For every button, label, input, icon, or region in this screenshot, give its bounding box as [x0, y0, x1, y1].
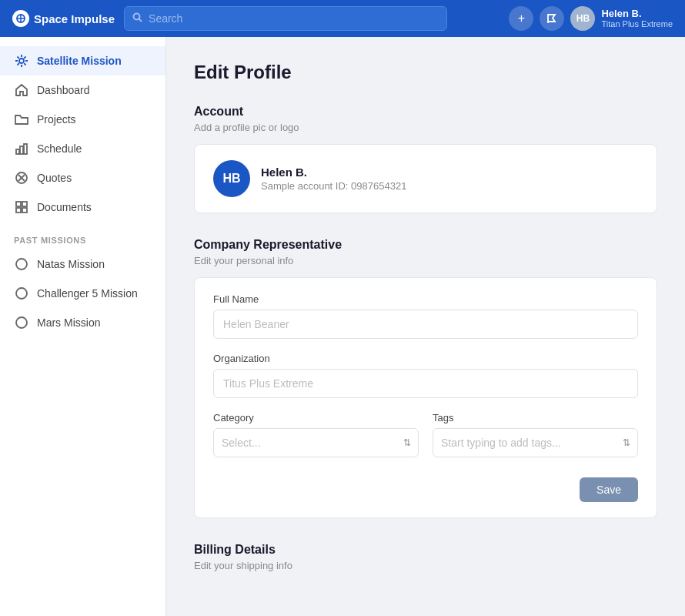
main-content: Edit Profile Account Add a profile pic o…	[166, 37, 685, 616]
account-name: Helen B.	[261, 166, 406, 179]
add-button[interactable]: +	[509, 6, 533, 31]
account-avatar: HB	[213, 160, 250, 197]
sidebar-item-documents-label: Documents	[37, 201, 92, 213]
form-actions: Save	[213, 477, 638, 502]
svg-rect-13	[22, 208, 27, 213]
svg-rect-11	[22, 202, 27, 206]
sidebar-item-mars-label: Mars Mission	[37, 316, 100, 329]
svg-point-3	[19, 59, 24, 63]
sidebar-item-natas-label: Natas Mission	[37, 258, 105, 270]
category-tags-row: Category Select... Tags Start typing to …	[213, 412, 638, 471]
svg-point-16	[16, 317, 27, 328]
sidebar-item-natas-mission[interactable]: Natas Mission	[0, 249, 165, 279]
account-user-row: HB Helen B. Sample account ID: 098765432…	[213, 160, 638, 197]
quotes-icon	[14, 170, 29, 186]
tags-group: Tags Start typing to add tags...	[433, 412, 638, 457]
svg-point-14	[16, 259, 27, 270]
satellite-icon	[14, 53, 29, 69]
category-group: Category Select...	[213, 412, 419, 457]
flag-button[interactable]	[540, 6, 564, 31]
folder-icon	[14, 112, 29, 127]
app-logo: Space Impulse	[12, 10, 115, 27]
sidebar-item-quotes-label: Quotes	[37, 172, 72, 184]
topnav: Space Impulse + HB Helen B. Titan Plus E…	[0, 0, 685, 37]
sidebar-item-challenger-label: Challenger 5 Mission	[37, 287, 138, 300]
mission-icon-mars	[14, 315, 29, 330]
billing-sub: Edit your shipping info	[194, 560, 657, 571]
svg-rect-4	[16, 149, 19, 154]
bar-chart-icon	[14, 141, 29, 156]
sidebar-item-dashboard[interactable]: Dashboard	[0, 75, 165, 105]
sidebar-item-quotes[interactable]: Quotes	[0, 163, 165, 192]
account-section: Account Add a profile pic or logo HB Hel…	[194, 105, 657, 213]
topnav-actions: + HB Helen B. Titan Plus Extreme	[509, 6, 673, 31]
company-rep-section: Company Representative Edit your persona…	[194, 238, 657, 518]
sidebar-item-satellite-mission-label: Satellite Mission	[37, 55, 122, 67]
sidebar-item-challenger-5-mission[interactable]: Challenger 5 Mission	[0, 279, 165, 308]
sidebar-item-projects-label: Projects	[37, 113, 76, 126]
svg-rect-6	[24, 144, 27, 154]
billing-title: Billing Details	[194, 543, 657, 557]
organization-group: Organization	[213, 353, 638, 398]
page-title: Edit Profile	[194, 62, 657, 83]
company-rep-sub: Edit your personal info	[194, 255, 657, 266]
account-section-title: Account	[194, 105, 657, 119]
sidebar-item-schedule[interactable]: Schedule	[0, 134, 165, 163]
sidebar-item-satellite-mission[interactable]: Satellite Mission	[0, 46, 165, 75]
user-text: Helen B. Titan Plus Extreme	[601, 8, 673, 30]
category-select-wrapper: Select...	[213, 428, 419, 457]
sidebar-item-dashboard-label: Dashboard	[37, 84, 90, 96]
sidebar: Satellite Mission Dashboard Projects	[0, 37, 166, 616]
search-icon	[132, 12, 142, 25]
svg-rect-12	[16, 208, 21, 213]
account-section-sub: Add a profile pic or logo	[194, 122, 657, 133]
user-info: HB Helen B. Titan Plus Extreme	[570, 6, 673, 31]
account-user-details: Helen B. Sample account ID: 0987654321	[261, 166, 406, 192]
user-subtitle: Titan Plus Extreme	[601, 19, 673, 29]
full-name-group: Full Name	[213, 293, 638, 339]
company-rep-title: Company Representative	[194, 238, 657, 252]
search-bar[interactable]	[124, 6, 447, 31]
tags-select-wrapper: Start typing to add tags...	[433, 428, 638, 457]
tags-select[interactable]: Start typing to add tags...	[433, 428, 638, 457]
organization-input[interactable]	[213, 369, 638, 398]
organization-label: Organization	[213, 353, 638, 364]
sidebar-item-mars-mission[interactable]: Mars Mission	[0, 308, 165, 337]
user-name: Helen B.	[601, 8, 673, 20]
save-button[interactable]: Save	[580, 477, 638, 502]
category-select[interactable]: Select...	[213, 428, 419, 457]
billing-section: Billing Details Edit your shipping info	[194, 543, 657, 571]
company-rep-card: Full Name Organization Category Select..…	[194, 277, 657, 518]
app-name: Space Impulse	[34, 12, 115, 25]
svg-point-1	[134, 14, 140, 20]
category-label: Category	[213, 412, 419, 424]
body-wrap: Satellite Mission Dashboard Projects	[0, 37, 685, 616]
svg-line-2	[139, 19, 142, 22]
mission-icon-natas	[14, 256, 29, 272]
grid-icon	[14, 199, 29, 215]
account-id: Sample account ID: 0987654321	[261, 180, 406, 192]
full-name-label: Full Name	[213, 293, 638, 305]
account-card: HB Helen B. Sample account ID: 098765432…	[194, 144, 657, 213]
full-name-input[interactable]	[213, 310, 638, 339]
svg-rect-10	[16, 202, 21, 206]
mission-icon-challenger	[14, 286, 29, 301]
logo-icon	[12, 10, 29, 27]
avatar: HB	[570, 6, 595, 31]
search-input[interactable]	[149, 12, 439, 25]
home-icon	[14, 82, 29, 98]
svg-rect-5	[20, 146, 23, 154]
sidebar-item-documents[interactable]: Documents	[0, 192, 165, 222]
tags-label: Tags	[433, 412, 638, 424]
past-missions-label: Past Missions	[0, 222, 165, 249]
sidebar-item-schedule-label: Schedule	[37, 142, 82, 155]
svg-point-15	[16, 288, 27, 299]
sidebar-item-projects[interactable]: Projects	[0, 105, 165, 134]
